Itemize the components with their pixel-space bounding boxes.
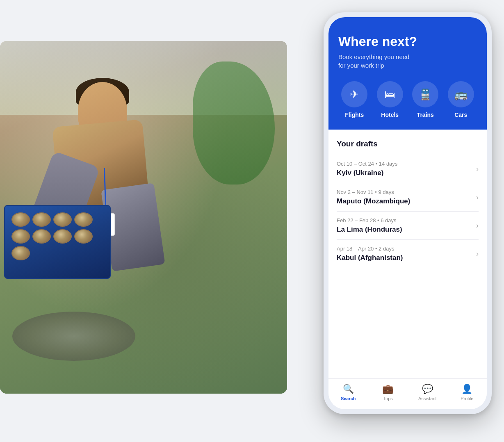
nav-search-label: Search	[341, 396, 356, 401]
background-photo	[0, 41, 287, 394]
hotels-icon: 🛏	[377, 81, 403, 107]
draft-item-4[interactable]: Apr 18 – Apr 20 • 2 days Kabul (Afghanis…	[337, 240, 479, 268]
flights-label: Flights	[345, 112, 364, 118]
nav-search[interactable]: 🔍 Search	[328, 384, 368, 401]
phone-mockup: Where next? Book everything you need for…	[324, 12, 492, 414]
trips-icon: 💼	[382, 384, 393, 394]
chevron-right-icon-3: ›	[476, 221, 479, 230]
chevron-right-icon-4: ›	[476, 250, 479, 258]
cars-category[interactable]: 🚌 Cars	[445, 81, 477, 118]
chevron-right-icon-1: ›	[476, 165, 479, 173]
draft-dates-4: Apr 18 – Apr 20 • 2 days	[337, 246, 471, 252]
nav-profile-label: Profile	[461, 396, 473, 401]
hotels-category[interactable]: 🛏 Hotels	[374, 81, 406, 118]
draft-destination-1: Kyiv (Ukraine)	[337, 169, 471, 177]
draft-item-1[interactable]: Oct 10 – Oct 24 • 14 days Kyiv (Ukraine)…	[337, 155, 479, 183]
trains-label: Trains	[417, 112, 434, 118]
flights-category[interactable]: ✈ Flights	[338, 81, 371, 118]
flights-icon: ✈	[341, 81, 367, 107]
page-subtitle: Book everything you need for your work t…	[338, 52, 477, 70]
draft-info-4: Apr 18 – Apr 20 • 2 days Kabul (Afghanis…	[337, 246, 471, 262]
nav-trips-label: Trips	[383, 396, 393, 401]
draft-item-3[interactable]: Feb 22 – Feb 28 • 6 days La Lima (Hondur…	[337, 212, 479, 240]
hotels-label: Hotels	[381, 112, 399, 118]
draft-info-2: Nov 2 – Nov 11 • 9 days Maputo (Mozambiq…	[337, 189, 471, 205]
bottom-navigation: 🔍 Search 💼 Trips 💬 Assistant 👤 Profile	[328, 378, 487, 409]
draft-info-1: Oct 10 – Oct 24 • 14 days Kyiv (Ukraine)	[337, 161, 471, 177]
nav-assistant[interactable]: 💬 Assistant	[408, 384, 447, 401]
phone-screen: Where next? Book everything you need for…	[328, 17, 487, 409]
search-icon: 🔍	[343, 384, 354, 394]
draft-dates-3: Feb 22 – Feb 28 • 6 days	[337, 217, 471, 223]
assistant-icon: 💬	[422, 384, 433, 394]
nav-assistant-label: Assistant	[418, 396, 437, 401]
draft-dates-1: Oct 10 – Oct 24 • 14 days	[337, 161, 471, 167]
drafts-section: Your drafts Oct 10 – Oct 24 • 14 days Ky…	[328, 130, 487, 378]
cars-label: Cars	[454, 112, 467, 118]
nav-trips[interactable]: 💼 Trips	[368, 384, 408, 401]
trains-icon: 🚆	[412, 81, 438, 107]
cars-icon: 🚌	[448, 81, 474, 107]
draft-destination-4: Kabul (Afghanistan)	[337, 254, 471, 262]
transport-categories: ✈ Flights 🛏 Hotels 🚆 Trains 🚌 Cars	[338, 81, 477, 118]
draft-destination-2: Maputo (Mozambique)	[337, 197, 471, 205]
nav-profile[interactable]: 👤 Profile	[447, 384, 487, 401]
app-header: Where next? Book everything you need for…	[328, 17, 487, 130]
trains-category[interactable]: 🚆 Trains	[409, 81, 442, 118]
draft-dates-2: Nov 2 – Nov 11 • 9 days	[337, 189, 471, 195]
draft-item-2[interactable]: Nov 2 – Nov 11 • 9 days Maputo (Mozambiq…	[337, 183, 479, 212]
chevron-right-icon-2: ›	[476, 193, 479, 202]
profile-icon: 👤	[461, 384, 472, 394]
page-title: Where next?	[338, 34, 477, 49]
drafts-title: Your drafts	[337, 139, 479, 148]
draft-destination-3: La Lima (Honduras)	[337, 226, 471, 234]
draft-info-3: Feb 22 – Feb 28 • 6 days La Lima (Hondur…	[337, 217, 471, 234]
